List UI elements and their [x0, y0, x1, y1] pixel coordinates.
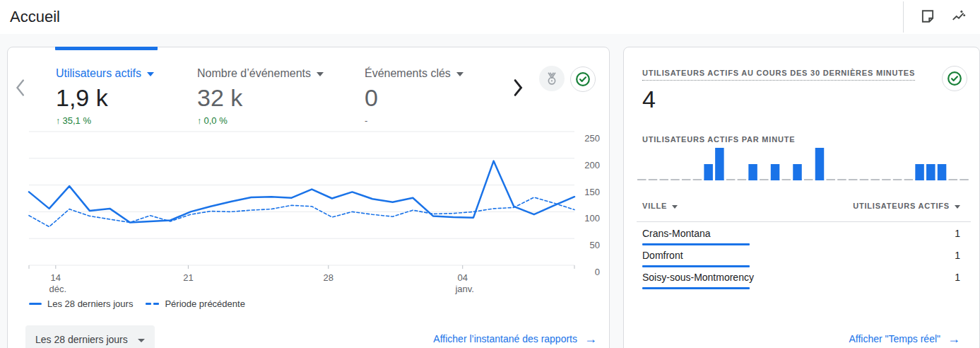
svg-text:janv.: janv.: [454, 284, 474, 294]
chevron-down-icon: [672, 205, 678, 209]
metric-0: Utilisateurs actifs1,9 k↑35,1 %: [56, 67, 197, 126]
page-title: Accueil: [10, 8, 60, 26]
realtime-table-header: VILLE UTILISATEURS ACTIFS: [642, 202, 960, 210]
metric-1: Nombre d’événements32 k↑0,0 %: [197, 67, 365, 126]
active-users-count: 4: [642, 86, 656, 113]
arrow-up-icon: ↑: [197, 115, 202, 126]
svg-text:0: 0: [595, 267, 600, 277]
city-users-value: 1: [955, 250, 960, 261]
city-bar: [642, 287, 750, 289]
arrow-right-icon: →: [947, 332, 960, 345]
chart-legend: Les 28 derniers joursPériode précédente: [29, 298, 245, 309]
chevron-down-icon: [955, 205, 960, 209]
metric-value: 0: [365, 83, 492, 112]
overview-chart: 05010015020025014déc.212804janv.: [22, 127, 608, 296]
metric-delta: ↑0,0 %: [197, 115, 365, 126]
city-row: Domfront1: [642, 246, 960, 268]
metrics-row: Utilisateurs actifs1,9 k↑35,1 %Nombre d’…: [56, 67, 492, 126]
svg-text:04: 04: [458, 272, 468, 283]
metric-delta: -: [365, 115, 492, 126]
insights-button[interactable]: [946, 4, 972, 30]
arrow-up-icon: ↑: [56, 115, 61, 126]
overview-card: Utilisateurs actifs1,9 k↑35,1 %Nombre d’…: [7, 47, 610, 348]
realtime-card: UTILISATEURS ACTIFS AU COURS DES 30 DERN…: [623, 47, 980, 348]
city-users-value: 1: [955, 272, 960, 283]
chevron-down-icon: [317, 72, 324, 76]
add-note-button[interactable]: [915, 4, 940, 30]
insights-sparkline-icon: [951, 8, 967, 26]
city-name: Soisy-sous-Montmorency: [642, 272, 754, 283]
chevron-down-icon: [456, 72, 464, 76]
svg-text:100: 100: [584, 213, 600, 224]
metric-delta: ↑35,1 %: [56, 115, 197, 126]
topbar-actions: [903, 1, 972, 33]
metric-selector-1[interactable]: Nombre d’événements: [197, 67, 324, 80]
metric-value: 32 k: [197, 83, 365, 112]
carousel-next-button[interactable]: [512, 79, 524, 99]
legend-solid-line-swatch: [29, 303, 42, 305]
metric-2: Événements clés0-: [365, 67, 492, 126]
arrow-right-icon: →: [584, 332, 597, 345]
realtime-title: UTILISATEURS ACTIFS AU COURS DES 30 DERN…: [642, 69, 915, 81]
chevron-down-icon: [138, 339, 145, 342]
benchmark-medal-icon[interactable]: [539, 66, 565, 91]
column-header-city[interactable]: VILLE: [642, 202, 678, 210]
svg-text:200: 200: [584, 160, 600, 170]
date-range-selector[interactable]: Les 28 derniers jours: [25, 325, 155, 348]
legend-item: Période précédente: [146, 298, 244, 309]
metric-selector-0[interactable]: Utilisateurs actifs: [56, 67, 154, 80]
carousel-prev-button[interactable]: [15, 79, 26, 99]
note-icon: [920, 8, 935, 26]
reports-snapshot-label: Afficher l’instantané des rapports: [433, 333, 577, 344]
realtime-check-icon[interactable]: [942, 66, 967, 91]
city-name: Crans-Montana: [642, 228, 711, 239]
city-row: Crans-Montana1: [642, 224, 960, 246]
legend-dashed-line-swatch: [146, 303, 159, 305]
city-bar: [642, 265, 750, 267]
metric-value: 1,9 k: [56, 83, 197, 112]
svg-text:28: 28: [324, 272, 333, 283]
realtime-report-link[interactable]: Afficher "Temps réel" →: [849, 332, 960, 345]
svg-text:déc.: déc.: [49, 284, 67, 294]
city-bar: [642, 243, 750, 245]
legend-item: Les 28 derniers jours: [29, 298, 133, 309]
column-header-users[interactable]: UTILISATEURS ACTIFS: [853, 202, 960, 210]
realtime-link-label: Afficher "Temps réel": [849, 333, 940, 344]
city-name: Domfront: [642, 250, 683, 261]
reports-snapshot-link[interactable]: Afficher l’instantané des rapports →: [433, 332, 597, 345]
svg-text:250: 250: [584, 133, 600, 144]
svg-text:14: 14: [51, 272, 61, 283]
topbar: Accueil: [0, 0, 980, 34]
table-divider: [637, 221, 971, 222]
city-row: Soisy-sous-Montmorency1: [642, 268, 960, 290]
carousel-active-indicator: [55, 47, 158, 50]
date-range-label: Les 28 derniers jours: [35, 334, 128, 345]
svg-text:150: 150: [584, 187, 600, 197]
svg-text:21: 21: [183, 272, 193, 283]
per-minute-label: UTILISATEURS ACTIFS PAR MINUTE: [642, 135, 795, 144]
per-minute-bar-chart: [637, 146, 970, 182]
chevron-down-icon: [147, 72, 154, 76]
data-quality-check-icon[interactable]: [570, 66, 596, 92]
city-rows: Crans-Montana1Domfront1Soisy-sous-Montmo…: [642, 224, 960, 290]
city-users-value: 1: [955, 228, 960, 239]
metric-selector-2[interactable]: Événements clés: [365, 67, 464, 80]
svg-text:50: 50: [590, 240, 600, 250]
